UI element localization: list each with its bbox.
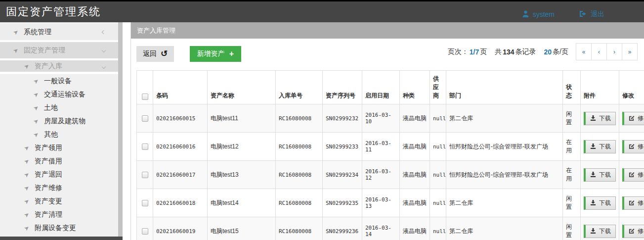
cell-date: 2016-03-14 xyxy=(362,217,400,240)
download-icon xyxy=(590,199,596,207)
sidebar-item-asset-cleanup[interactable]: 资产清理 xyxy=(0,208,118,221)
user-menu[interactable]: system xyxy=(522,10,555,19)
col-asset-name: 资产名称 xyxy=(208,71,276,104)
col-supplier: 供应商 xyxy=(430,71,446,104)
cell-serial: SN02999236 xyxy=(323,217,362,240)
sidebar-scrollbar[interactable] xyxy=(118,22,123,240)
main-panel: 资产入库管理 返回 ↺ 新增资产 + 页次： 1/7 页 共 134 条记录 xyxy=(130,22,644,240)
cell-order-no: RC16080008 xyxy=(276,217,323,240)
row-checkbox[interactable] xyxy=(142,200,148,206)
sidebar-item-fixed-asset-management[interactable]: 固定资产管理 xyxy=(0,42,118,60)
table-row: 020216060015 电脑test11 RC16080008 SN02999… xyxy=(137,104,644,133)
cell-supplier: null xyxy=(430,133,446,161)
first-page-button[interactable]: « xyxy=(576,43,592,60)
col-order-no: 入库单号 xyxy=(276,71,323,104)
col-edit: 修改 xyxy=(619,71,644,104)
prev-page-button[interactable]: ‹ xyxy=(591,43,607,60)
sidebar-item-asset-change[interactable]: 资产变更 xyxy=(0,194,118,208)
menu-arrow-icon xyxy=(12,46,20,54)
sidebar-item-transport-equipment[interactable]: 交通运输设备 xyxy=(0,88,118,101)
content: 系统管理 固定资产管理 资产入库 一般设备 交通运输设备 土地 房屋及建筑物 xyxy=(0,22,644,240)
cell-department: 第二仓库 xyxy=(446,217,563,240)
edit-button[interactable]: 修改 xyxy=(622,225,644,238)
cell-order-no: RC16080008 xyxy=(276,133,323,161)
sidebar-item-label: 附属设备变更 xyxy=(35,224,76,233)
menu-arrow-icon xyxy=(32,103,41,112)
toolbar: 返回 ↺ 新增资产 + 页次： 1/7 页 共 134 条记录 xyxy=(131,39,644,70)
sidebar-item-asset-borrow[interactable]: 资产借用 xyxy=(0,154,118,168)
sidebar-item-label: 一般设备 xyxy=(44,77,72,86)
cell-supplier: null xyxy=(430,161,446,189)
edit-button[interactable]: 修改 xyxy=(622,140,644,153)
sidebar-item-asset-inbound[interactable]: 资产入库 xyxy=(0,60,118,74)
row-checkbox[interactable] xyxy=(142,144,148,150)
download-button[interactable]: 下载 xyxy=(584,112,616,125)
sidebar-item-general-equipment[interactable]: 一般设备 xyxy=(0,74,118,88)
sidebar-item-label: 资产领用 xyxy=(35,144,62,152)
sidebar-item-other[interactable]: 其他 xyxy=(0,128,118,141)
sidebar-item-label: 资产维修 xyxy=(35,184,62,192)
add-asset-button[interactable]: 新增资产 + xyxy=(190,46,241,62)
cell-status: 闲置 xyxy=(563,104,581,133)
sidebar-item-asset-return[interactable]: 资产退回 xyxy=(0,168,118,181)
edit-icon xyxy=(629,115,635,122)
menu-arrow-icon xyxy=(23,170,31,179)
download-label: 下载 xyxy=(599,143,611,151)
logout-label: 退出 xyxy=(591,10,604,19)
sidebar-item-label: 资产清理 xyxy=(35,210,62,219)
table-header-row: 条码 资产名称 入库单号 资产序列号 启用日期 种类 供应商 部门 状态 附件 … xyxy=(137,71,644,104)
sidebar-item-label: 其他 xyxy=(44,130,58,139)
download-icon xyxy=(590,143,596,150)
cell-supplier: null xyxy=(430,217,446,240)
select-all-checkbox[interactable] xyxy=(142,94,148,100)
sidebar-item-label: 交通运输设备 xyxy=(44,90,86,99)
last-page-button[interactable]: » xyxy=(622,43,638,60)
pagination-page-info: 页次： 1/7 页 xyxy=(448,48,487,56)
panel-title: 资产入库管理 xyxy=(131,22,644,39)
pagination-per-page-info: 20 条/页 xyxy=(544,48,568,56)
pagination-total-info: 共 134 条记录 xyxy=(495,48,536,56)
download-button[interactable]: 下载 xyxy=(584,225,616,238)
download-button[interactable]: 下载 xyxy=(584,168,616,182)
next-page-button[interactable]: › xyxy=(606,43,622,60)
download-icon xyxy=(590,115,596,122)
pagination-buttons: « ‹ › » xyxy=(576,43,638,60)
sidebar-item-asset-repair[interactable]: 资产维修 xyxy=(0,181,118,194)
sidebar-item-buildings[interactable]: 房屋及建筑物 xyxy=(0,114,118,128)
edit-button[interactable]: 修改 xyxy=(622,196,644,210)
edit-button[interactable]: 修改 xyxy=(622,168,644,182)
edit-icon xyxy=(629,143,635,150)
cell-supplier: null xyxy=(430,104,446,133)
menu-arrow-icon xyxy=(23,197,31,205)
cell-barcode: 020216060017 xyxy=(153,161,208,189)
row-checkbox[interactable] xyxy=(142,172,148,178)
row-checkbox[interactable] xyxy=(142,115,148,122)
logout-icon xyxy=(579,10,587,19)
sidebar-item-attached-equipment-change[interactable]: 附属设备变更 xyxy=(0,221,118,235)
download-icon xyxy=(590,171,596,179)
table-row: 020216060016 电脑test12 RC16080008 SN02999… xyxy=(137,133,644,161)
edit-label: 修改 xyxy=(638,114,644,123)
topbar-links: system 退出 xyxy=(522,5,604,19)
pagination-current-page: 1/7 xyxy=(470,48,479,56)
sidebar-item-system-management[interactable]: 系统管理 xyxy=(0,24,118,42)
download-label: 下载 xyxy=(599,114,611,123)
pagination-total-label: 共 xyxy=(495,48,502,56)
back-button[interactable]: 返回 ↺ xyxy=(136,46,174,62)
logout-link[interactable]: 退出 xyxy=(579,10,604,19)
sidebar-item-asset-requisition[interactable]: 资产领用 xyxy=(0,141,118,154)
edit-button[interactable]: 修改 xyxy=(622,112,644,125)
download-button[interactable]: 下载 xyxy=(584,140,616,153)
table-row: 020216060017 电脑test13 RC16080008 SN02999… xyxy=(137,161,644,189)
sidebar-item-land[interactable]: 土地 xyxy=(0,101,118,114)
menu-arrow-icon xyxy=(23,157,31,165)
back-button-label: 返回 xyxy=(143,49,157,58)
cell-status: 闲置 xyxy=(563,217,581,240)
sidebar-item-label: 系统管理 xyxy=(24,28,51,37)
cell-serial: SN02999234 xyxy=(323,161,362,189)
cell-asset-name: 电脑test13 xyxy=(208,161,276,189)
cell-kind: 液晶电脑 xyxy=(400,161,430,189)
cell-date: 2016-03-11 xyxy=(362,133,400,161)
download-button[interactable]: 下载 xyxy=(584,196,616,210)
row-checkbox[interactable] xyxy=(142,228,148,235)
